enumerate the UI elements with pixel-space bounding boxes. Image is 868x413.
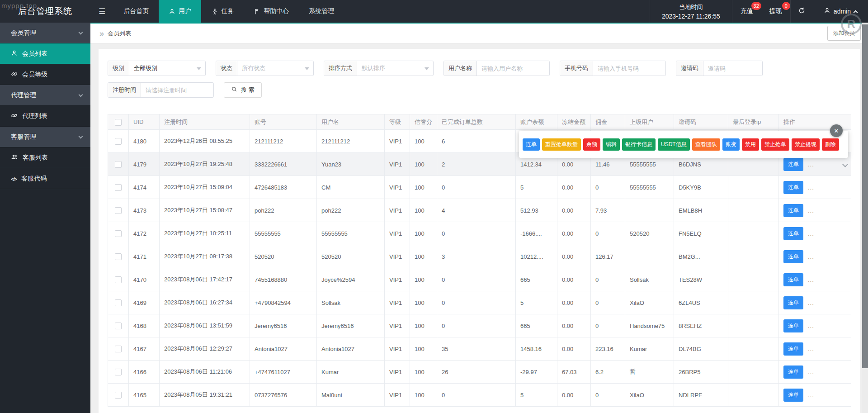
row-checkbox[interactable]	[115, 161, 122, 168]
sidebar: 会员管理会员列表会员等级代理管理代理列表客服管理客服列表</>客服代码	[0, 23, 90, 413]
sidebar-item[interactable]: 会员等级	[0, 64, 90, 85]
menu-toggle-icon[interactable]: ☰	[90, 0, 113, 23]
action-button[interactable]: USDT信息	[658, 138, 690, 151]
cell-invite: 6ZL4US	[674, 291, 728, 314]
user-icon	[824, 7, 830, 15]
row-checkbox[interactable]	[115, 184, 122, 191]
liandan-button[interactable]: 连单	[783, 296, 803, 309]
cell-actions: 连单...	[779, 314, 851, 337]
top-nav: 后台首页用户任务帮助中心系统管理	[113, 0, 344, 23]
liandan-button[interactable]: 连单	[783, 204, 803, 217]
refresh-icon	[798, 7, 806, 16]
action-button[interactable]: 余额	[583, 138, 600, 151]
nav-item-1[interactable]: 后台首页	[113, 0, 159, 23]
filter-label: 邀请码	[676, 61, 703, 76]
sidebar-group-3[interactable]: 客服管理	[0, 127, 90, 147]
row-checkbox[interactable]	[115, 299, 122, 306]
liandan-button[interactable]: 连单	[783, 273, 803, 286]
register-time-input[interactable]	[141, 83, 213, 97]
nav-item-3[interactable]: 任务	[201, 0, 244, 23]
table-row-uid-4166: 41662023年08月06日 11:21:06+4747611027Kumar…	[108, 361, 851, 384]
filter-label: 注册时间	[108, 83, 141, 97]
cell-level: VIP1	[385, 245, 410, 268]
liandan-button[interactable]: 连单	[783, 227, 803, 240]
row-expand-chevron-icon[interactable]	[843, 161, 847, 168]
cell-level: VIP1	[385, 222, 410, 245]
row-checkbox[interactable]	[115, 369, 122, 375]
row-checkbox[interactable]	[115, 253, 122, 260]
liandan-button[interactable]: 连单	[783, 250, 803, 263]
more-actions-button[interactable]: ...	[808, 392, 814, 399]
page-scrollbar[interactable]	[862, 23, 868, 413]
more-actions-button[interactable]: ...	[808, 161, 814, 168]
sidebar-item[interactable]: 会员列表	[0, 43, 90, 64]
sidebar-item[interactable]: 客服列表	[0, 147, 90, 168]
row-checkbox[interactable]	[115, 230, 122, 237]
row-checkbox[interactable]	[115, 276, 122, 283]
filter-select[interactable]: 所有状态	[237, 61, 313, 76]
action-button[interactable]: 账变	[722, 138, 740, 151]
row-checkbox[interactable]	[115, 323, 122, 329]
filter-select[interactable]: 默认排序	[357, 61, 433, 76]
action-button[interactable]: 禁用	[742, 138, 759, 151]
more-actions-button[interactable]: ...	[808, 346, 814, 352]
liandan-button[interactable]: 连单	[783, 181, 803, 194]
more-actions-button[interactable]: ...	[808, 299, 814, 306]
recharge-button[interactable]: 充值 32	[732, 0, 761, 23]
cell-reg_time: 2023年08月06日 17:42:17	[160, 268, 250, 291]
table-row-uid-4173: 41732023年10月27日 15:08:47poh222poh222VIP1…	[108, 199, 851, 222]
cell-frozen: 0.00	[557, 245, 591, 268]
sidebar-group-1[interactable]: 会员管理	[0, 23, 90, 43]
action-button[interactable]: 删除	[822, 138, 839, 151]
liandan-button[interactable]: 连单	[783, 158, 803, 171]
refresh-button[interactable]	[790, 0, 813, 23]
more-actions-button[interactable]: ...	[808, 207, 814, 214]
row-checkbox[interactable]	[115, 138, 122, 145]
more-actions-button[interactable]: ...	[808, 276, 814, 283]
add-member-button[interactable]: 添加会员	[827, 26, 861, 41]
sidebar-item[interactable]: 代理列表	[0, 106, 90, 127]
filter-input[interactable]	[593, 61, 665, 76]
more-actions-button[interactable]: ...	[808, 184, 814, 191]
more-actions-button[interactable]: ...	[808, 253, 814, 260]
more-actions-button[interactable]: ...	[808, 369, 814, 375]
nav-item-2[interactable]: 用户	[159, 0, 201, 23]
action-button[interactable]: 禁止提现	[792, 138, 820, 151]
search-button[interactable]: 搜 索	[224, 82, 262, 98]
withdraw-badge: 0	[782, 2, 790, 10]
nav-item-4[interactable]: 帮助中心	[244, 0, 299, 23]
more-actions-button[interactable]: ...	[808, 230, 814, 237]
action-button[interactable]: 连单	[523, 138, 540, 151]
action-button[interactable]: 编辑	[603, 138, 620, 151]
row-checkbox[interactable]	[115, 346, 122, 352]
nav-item-5[interactable]: 系统管理	[299, 0, 344, 23]
cell-balance: 1458.16	[516, 337, 557, 361]
cell-last_ip	[728, 199, 779, 222]
nav-item-label: 用户	[179, 7, 191, 15]
sidebar-item[interactable]: </>客服代码	[0, 168, 90, 189]
liandan-button[interactable]: 连单	[783, 389, 803, 402]
row-checkbox[interactable]	[115, 392, 122, 399]
select-all-checkbox[interactable]	[115, 119, 122, 126]
cell-reg_time: 2023年08月06日 16:27:34	[160, 291, 250, 314]
row-checkbox[interactable]	[115, 207, 122, 214]
action-button[interactable]: 禁止抢单	[761, 138, 789, 151]
more-actions-button[interactable]: ...	[808, 323, 814, 329]
action-button[interactable]: 重置抢单数量	[542, 138, 581, 151]
cell-actions: 连单...	[779, 222, 851, 245]
action-button[interactable]: 银行卡信息	[622, 138, 656, 151]
column-header: 佣金	[591, 114, 625, 130]
withdraw-button[interactable]: 提现 0	[761, 0, 790, 23]
user-menu[interactable]: admin	[813, 0, 868, 23]
sidebar-group-2[interactable]: 代理管理	[0, 85, 90, 106]
liandan-button[interactable]: 连单	[783, 366, 803, 379]
close-icon[interactable]: ✕	[830, 124, 843, 137]
filter-input[interactable]	[703, 61, 762, 76]
filter-select[interactable]: 全部级别	[129, 61, 205, 76]
action-button[interactable]: 查看团队	[692, 138, 720, 151]
liandan-button[interactable]: 连单	[783, 342, 803, 356]
filter-input[interactable]	[477, 61, 549, 76]
cell-level: VIP1	[385, 199, 410, 222]
liandan-button[interactable]: 连单	[783, 319, 803, 332]
scrollbar-thumb[interactable]	[862, 24, 868, 368]
